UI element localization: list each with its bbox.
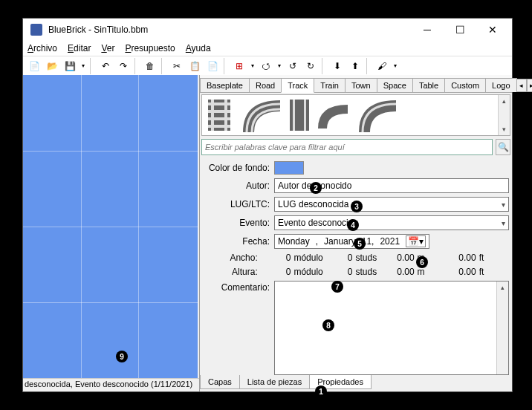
rotation-step-button[interactable]: ⭯ xyxy=(258,58,274,74)
tab-layers[interactable]: Capas xyxy=(200,375,240,389)
left-pane: desconocida, Evento desconocido (1/11/20… xyxy=(23,75,200,391)
tab-space[interactable]: Space xyxy=(377,78,413,92)
properties-panel: Color de fondo: Autor: LUG/LTC: LUG desc… xyxy=(200,157,512,375)
chevron-down-icon: ▾ xyxy=(502,201,505,209)
tab-logo[interactable]: Logo xyxy=(485,78,516,92)
event-select[interactable]: Evento desconocido▾ xyxy=(274,215,509,230)
canvas-status: desconocida, Evento desconocido (1/11/20… xyxy=(23,378,199,391)
window-title: BlueBrick - SinTitulo.bbm xyxy=(48,25,411,35)
close-button[interactable]: ✕ xyxy=(476,19,509,41)
comment-label: Comentario: xyxy=(203,281,270,375)
svg-rect-7 xyxy=(290,100,309,131)
bottom-tabstrip: Capas Lista de piezas Propiedades xyxy=(200,375,512,391)
tab-scroll-right[interactable]: ▸ xyxy=(527,79,532,92)
tab-track[interactable]: Track xyxy=(281,78,314,93)
rotate-cw-button[interactable]: ↻ xyxy=(302,58,319,74)
undo-button[interactable]: ↶ xyxy=(97,58,114,74)
height-label: Altura: xyxy=(203,267,262,277)
date-picker[interactable]: Monday, January 11, 2021 📅▾ xyxy=(274,234,429,249)
menu-edit[interactable]: Editar xyxy=(68,43,91,53)
rotate-ccw-button[interactable]: ↺ xyxy=(285,58,301,74)
right-pane: Baseplate Road Track Train Town Space Ta… xyxy=(200,75,512,391)
maximize-button[interactable]: ☐ xyxy=(444,19,476,41)
event-label: Evento: xyxy=(203,218,270,228)
svg-rect-6 xyxy=(208,125,230,128)
chevron-down-icon: ▾ xyxy=(502,219,505,227)
bring-front-button[interactable]: ⬆ xyxy=(347,58,363,74)
snap-dropdown[interactable]: ▾ xyxy=(249,58,256,74)
width-label: Ancho: xyxy=(203,253,262,263)
filter-apply-button[interactable]: 🔍 xyxy=(496,139,510,155)
svg-rect-5 xyxy=(208,117,230,120)
track-curve-small-icon[interactable] xyxy=(315,100,351,130)
titlebar: BlueBrick - SinTitulo.bbm ─ ☐ ✕ xyxy=(23,19,512,41)
menu-budget[interactable]: Presupuesto xyxy=(125,43,175,53)
save-button[interactable]: 💾 xyxy=(62,58,78,74)
track-curve-large2-icon[interactable] xyxy=(355,97,400,134)
parts-palette[interactable]: ▴▾ xyxy=(201,94,510,136)
paste-button[interactable]: 📄 xyxy=(204,58,221,74)
palette-scrollbar[interactable]: ▴▾ xyxy=(498,95,510,135)
svg-rect-3 xyxy=(208,102,230,105)
minimize-button[interactable]: ─ xyxy=(411,19,444,41)
svg-rect-8 xyxy=(293,100,295,131)
bgcolor-label: Color de fondo: xyxy=(203,163,270,173)
tab-town[interactable]: Town xyxy=(345,78,377,92)
track-curve-large-icon[interactable] xyxy=(239,97,284,134)
svg-rect-4 xyxy=(208,110,230,113)
new-button[interactable]: 📄 xyxy=(26,58,42,74)
bgcolor-swatch[interactable] xyxy=(274,161,304,175)
svg-rect-9 xyxy=(304,100,306,131)
tab-train[interactable]: Train xyxy=(314,78,346,92)
redo-button[interactable]: ↷ xyxy=(115,58,132,74)
author-label: Autor: xyxy=(203,180,270,191)
delete-button[interactable]: 🗑 xyxy=(142,58,158,74)
paint-button[interactable]: 🖌 xyxy=(374,58,390,74)
tab-scroll-left[interactable]: ◂ xyxy=(516,79,527,92)
rotstep-dropdown[interactable]: ▾ xyxy=(276,58,283,74)
paint-dropdown[interactable]: ▾ xyxy=(392,58,399,74)
menu-file[interactable]: Archivo xyxy=(27,43,57,53)
layout-canvas[interactable] xyxy=(23,75,198,378)
tab-road[interactable]: Road xyxy=(249,78,282,92)
comment-textarea[interactable]: ▴ xyxy=(274,281,509,375)
send-back-button[interactable]: ⬇ xyxy=(329,58,346,74)
comment-scrollbar[interactable]: ▴ xyxy=(496,282,508,374)
calendar-icon[interactable]: 📅▾ xyxy=(406,235,426,247)
tab-partslist[interactable]: Lista de piezas xyxy=(239,375,310,389)
app-window: BlueBrick - SinTitulo.bbm ─ ☐ ✕ Archivo … xyxy=(22,18,513,392)
cut-button[interactable]: ✂ xyxy=(169,58,185,74)
save-dropdown[interactable]: ▾ xyxy=(80,58,87,74)
tab-properties[interactable]: Propiedades xyxy=(309,375,372,389)
tab-custom[interactable]: Custom xyxy=(444,78,486,92)
lug-select[interactable]: LUG desconocida▾ xyxy=(274,197,509,212)
tab-baseplate[interactable]: Baseplate xyxy=(200,78,250,92)
tab-table[interactable]: Table xyxy=(412,78,445,92)
menu-help[interactable]: Ayuda xyxy=(186,43,211,53)
menubar: Archivo Editar Ver Presupuesto Ayuda xyxy=(23,41,512,56)
copy-button[interactable]: 📋 xyxy=(186,58,203,74)
toolbar: 📄 📂 💾 ▾ ↶ ↷ 🗑 ✂ 📋 📄 ⊞ ▾ ⭯ ▾ ↺ ↻ ⬇ ⬆ 🖌 ▾ xyxy=(23,56,512,75)
filter-input[interactable] xyxy=(201,139,493,155)
lug-label: LUG/LTC: xyxy=(203,199,270,209)
menu-view[interactable]: Ver xyxy=(101,43,114,53)
app-icon xyxy=(30,24,42,36)
author-input[interactable] xyxy=(274,178,509,193)
main-area: desconocida, Evento desconocido (1/11/20… xyxy=(23,75,512,391)
open-button[interactable]: 📂 xyxy=(44,58,60,74)
track-straight-short-icon[interactable] xyxy=(288,98,311,132)
date-label: Fecha: xyxy=(203,236,270,247)
parts-tabstrip: Baseplate Road Track Train Town Space Ta… xyxy=(200,75,512,93)
track-straight-icon[interactable] xyxy=(204,98,235,132)
snap-grid-button[interactable]: ⊞ xyxy=(231,58,247,74)
